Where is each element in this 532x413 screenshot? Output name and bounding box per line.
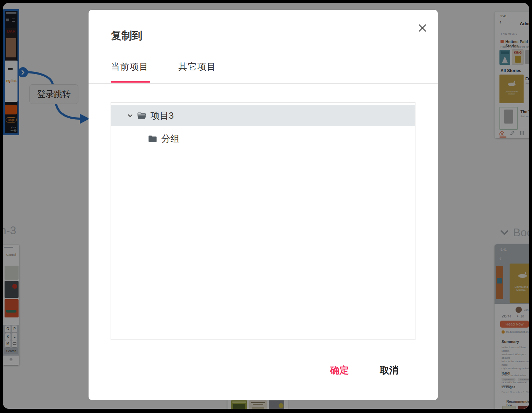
project-tree-panel: 项目3 分组 — [111, 102, 415, 340]
confirm-button[interactable]: 确定 — [330, 364, 349, 377]
app-window: DAR ng list kings y her away on by e, ti… — [3, 3, 529, 409]
folder-open-icon — [136, 111, 147, 121]
cancel-button[interactable]: 取消 — [380, 364, 399, 377]
tree-label-project: 项目3 — [150, 110, 174, 122]
tree-row-project[interactable]: 项目3 — [111, 105, 415, 126]
copy-to-dialog: 复制到 当前项目 其它项目 项目3 — [89, 10, 438, 400]
active-tab-indicator — [111, 81, 150, 83]
close-button[interactable] — [416, 22, 429, 34]
tree-row-group[interactable]: 分组 — [111, 128, 415, 149]
tab-other-projects[interactable]: 其它项目 — [178, 61, 216, 72]
tabs-divider — [89, 83, 438, 84]
folder-icon — [147, 134, 158, 144]
tree-label-group: 分组 — [161, 133, 180, 145]
caret-down-icon[interactable] — [127, 113, 133, 119]
close-icon — [418, 23, 427, 33]
tab-current-project[interactable]: 当前项目 — [111, 61, 149, 72]
dialog-title: 复制到 — [111, 29, 142, 43]
